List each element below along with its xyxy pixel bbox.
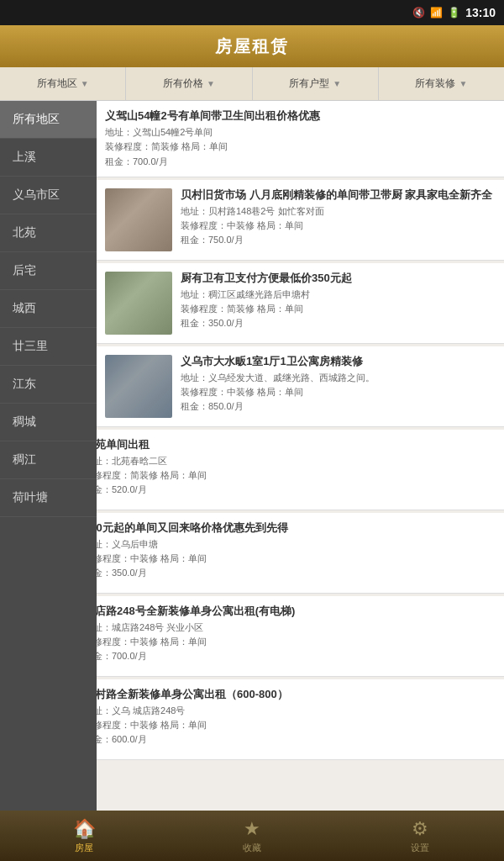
dropdown-item-choucheng[interactable]: 稠城 [0,404,97,441]
listing-item[interactable]: 义驾山54幢2号有单间带卫生间出租价格优惠 地址：义驾山54幢2号单间 装修程度… [97,101,504,177]
listing-rent: 租金：350.0/月 [84,567,496,579]
listing-rent: 租金：850.0/月 [181,400,496,413]
star-icon: ★ [244,818,260,840]
listing-address: 地址：贝村路148巷2号 如忙客对面 [181,205,496,218]
listing-title: 义驾山54幢2号有单间带卫生间出租价格优惠 [105,109,496,124]
listing-decoration: 装修程度：中装修 格局：单间 [84,636,496,648]
listing-title: 城店路248号全新装修单身公寓出租(有电梯) [84,605,496,619]
status-icons: 🔇 📶 🔋 13:10 [412,6,496,19]
listing-address: 地址：北苑春晗二区 [84,455,496,467]
status-time: 13:10 [465,6,496,19]
listing-info: 350元起的单间又回来咯价格优惠先到先得 地址：义乌后申塘 装修程度：中装修 格… [84,521,496,584]
wifi-icon: 📶 [430,7,443,18]
listing-rent: 租金：750.0/月 [181,234,496,246]
nav-favorites-label: 收藏 [243,842,261,854]
listing-decoration: 装修程度：简装修 格局：单间 [181,303,496,315]
listing-rent: 租金：520.0/月 [84,483,496,496]
dropdown-item-ersanli[interactable]: 廿三里 [0,328,97,366]
listing-rent: 租金：700.0/月 [105,156,496,168]
listing-info: 北苑单间出租 地址：北苑春晗二区 装修程度：简装修 格局：单间 租金：520.0… [84,438,496,501]
listing-image [105,188,172,251]
filter-type-label: 所有户型 [289,77,329,91]
listing-decoration: 装修程度：简装修 格局：单间 [105,140,496,153]
listing-address: 地址：义乌后申塘 [84,538,496,551]
region-dropdown[interactable]: 所有地区 上溪 义乌市区 北苑 后宅 城西 廿三里 江东 稠城 稠江 荷叶塘 [0,101,97,811]
listing-title: 北苑单间出租 [84,438,496,452]
listing-title: 350元起的单间又回来咯价格优惠先到先得 [84,521,496,536]
filter-region[interactable]: 所有地区 ▼ [0,67,126,100]
listing-info: 城店路248号全新装修单身公寓出租(有电梯) 地址：城店路248号 兴业小区 装… [84,605,496,668]
nav-home-label: 房屋 [75,842,93,854]
nav-settings[interactable]: ⚙ 设置 [336,818,504,854]
nav-settings-label: 设置 [411,842,429,854]
listing-address: 地址：义乌 城店路248号 [84,705,496,717]
listing-title: 厨有卫有卫支付方便最低价350元起 [181,272,496,286]
filter-price-label: 所有价格 [163,77,203,91]
dropdown-item-choujiang[interactable]: 稠江 [0,441,97,479]
listing-title: 义乌市大水畈1室1厅1卫公寓房精装修 [181,355,496,369]
dropdown-item-jiangdong[interactable]: 江东 [0,366,97,404]
listing-decoration: 装修程度：中装修 格局：单间 [181,219,496,232]
listing-decoration: 装修程度：中装修 格局：单间 [84,719,496,732]
listing-address: 地址：城店路248号 兴业小区 [84,621,496,634]
listing-item[interactable]: 义乌市大水畈1室1厅1卫公寓房精装修 地址：义乌经发大道、戚继光路、西城路之间。… [97,346,504,427]
dropdown-item-beiyuan[interactable]: 北苑 [0,214,97,252]
home-icon: 🏠 [73,818,96,840]
listing-item[interactable]: 厨有卫有卫支付方便最低价350元起 地址：稠江区戚继光路后申塘村 装修程度：简装… [97,263,504,344]
listing-title: 贝村路全新装修单身公寓出租（600-800） [84,688,496,702]
listing-info: 厨有卫有卫支付方便最低价350元起 地址：稠江区戚继光路后申塘村 装修程度：简装… [181,272,496,335]
listing-info: 贝村旧货市场 八月底刚精装修的单间带卫带厨 家具家电全新齐全 地址：贝村路148… [181,188,496,251]
filter-decoration-label: 所有装修 [415,77,455,91]
app-header: 房屋租赁 [0,25,504,67]
filter-price[interactable]: 所有价格 ▼ [126,67,252,100]
dropdown-item-chengxi[interactable]: 城西 [0,290,97,328]
listing-decoration: 装修程度：中装修 格局：单间 [84,552,496,565]
dropdown-item-heyetang[interactable]: 荷叶塘 [0,479,97,517]
filter-bar: 所有地区 ▼ 所有价格 ▼ 所有户型 ▼ 所有装修 ▼ [0,67,504,101]
listing-rent: 租金：350.0/月 [181,317,496,330]
listing-address: 地址：稠江区戚继光路后申塘村 [181,288,496,301]
listing-info: 贝村路全新装修单身公寓出租（600-800） 地址：义乌 城店路248号 装修程… [84,688,496,751]
listing-address: 地址：义驾山54幢2号单间 [105,126,496,139]
dropdown-item-yiwu[interactable]: 义乌市区 [0,177,97,214]
filter-type[interactable]: 所有户型 ▼ [253,67,379,100]
listing-rent: 租金：700.0/月 [84,650,496,663]
filter-type-arrow: ▼ [333,79,341,88]
gear-icon: ⚙ [412,818,428,840]
no-signal-icon: 🔇 [412,7,425,18]
listing-address: 地址：义乌经发大道、戚继光路、西城路之间。 [181,372,496,384]
filter-decoration[interactable]: 所有装修 ▼ [379,67,504,100]
listing-title: 贝村旧货市场 八月底刚精装修的单间带卫带厨 家具家电全新齐全 [181,188,496,203]
dropdown-item-houzhai[interactable]: 后宅 [0,252,97,290]
status-bar: 🔇 📶 🔋 13:10 [0,0,504,25]
listing-image [105,272,172,335]
filter-price-arrow: ▼ [207,79,215,88]
main-content: 所有地区 上溪 义乌市区 北苑 后宅 城西 廿三里 江东 稠城 稠江 荷叶塘 [0,101,504,811]
battery-icon: 🔋 [448,7,460,18]
nav-home[interactable]: 🏠 房屋 [0,818,168,854]
filter-region-label: 所有地区 [37,77,77,91]
listing-rent: 租金：600.0/月 [84,733,496,746]
listing-decoration: 装修程度：中装修 格局：单间 [181,386,496,399]
listing-item[interactable]: 贝村旧货市场 八月底刚精装修的单间带卫带厨 家具家电全新齐全 地址：贝村路148… [97,180,504,261]
dropdown-item-all[interactable]: 所有地区 [0,101,97,139]
listing-image [105,355,172,418]
nav-favorites[interactable]: ★ 收藏 [168,818,336,854]
filter-decoration-arrow: ▼ [459,79,467,88]
filter-region-arrow: ▼ [81,79,89,88]
bottom-nav: 🏠 房屋 ★ 收藏 ⚙ 设置 [0,811,504,861]
header-title: 房屋租赁 [215,35,289,58]
listing-decoration: 装修程度：简装修 格局：单间 [84,469,496,482]
listing-info: 义乌市大水畈1室1厅1卫公寓房精装修 地址：义乌经发大道、戚继光路、西城路之间。… [181,355,496,418]
dropdown-item-shangxi[interactable]: 上溪 [0,139,97,177]
listing-info: 义驾山54幢2号有单间带卫生间出租价格优惠 地址：义驾山54幢2号单间 装修程度… [105,109,496,168]
